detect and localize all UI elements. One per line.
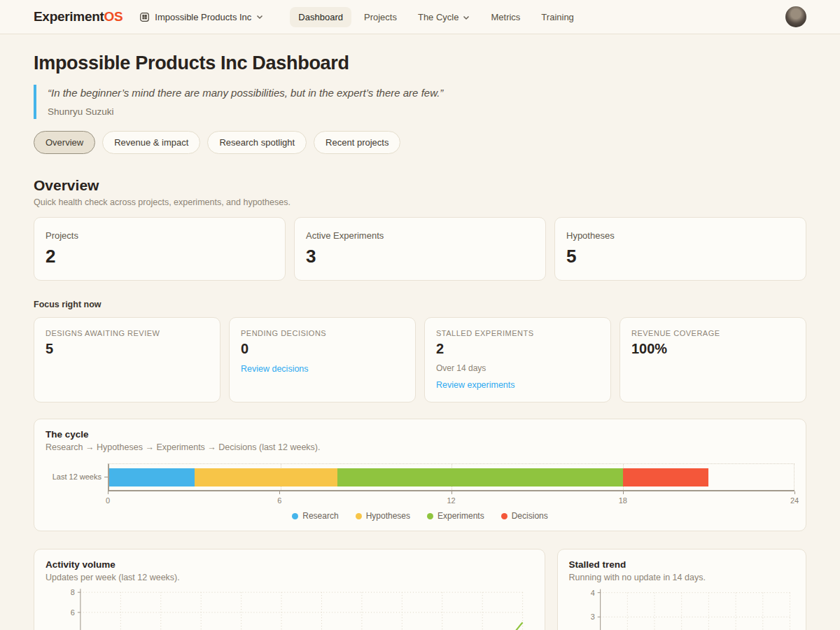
svg-text:4: 4	[590, 589, 594, 597]
focus-card-label: REVENUE COVERAGE	[631, 329, 794, 337]
nav-item[interactable]: The Cycle	[410, 7, 479, 27]
overview-subheading: Quick health check across projects, expe…	[34, 197, 806, 207]
nav-item-label: The Cycle	[418, 12, 459, 22]
chip-label: Overview	[46, 137, 83, 148]
focus-grid: DESIGNS AWAITING REVIEW 5 PENDING DECISI…	[34, 317, 806, 402]
nav-item[interactable]: Projects	[356, 7, 405, 27]
focus-card-value: 2	[436, 341, 599, 357]
legend-dot-icon	[356, 513, 362, 519]
section-chip[interactable]: Research spotlight	[207, 131, 307, 154]
stalled-title: Stalled trend	[569, 559, 794, 570]
legend-label: Hypotheses	[366, 511, 410, 521]
logo-text: Experiment	[34, 9, 104, 24]
stat-value: 2	[46, 246, 274, 267]
nav-item[interactable]: Training	[533, 7, 582, 27]
stat-card: Hypotheses 5	[554, 217, 806, 281]
cycle-stacked-bar	[109, 468, 708, 486]
cycle-segment-experiments	[337, 468, 623, 486]
stat-label: Active Experiments	[306, 230, 534, 241]
focus-card-value: 5	[46, 341, 209, 357]
cycle-panel: The cycle Research → Hypotheses → Experi…	[34, 419, 806, 531]
cycle-x-axis: 06121824	[108, 490, 794, 507]
section-chip[interactable]: Revenue & impact	[102, 131, 200, 154]
activity-subtitle: Updates per week (last 12 weeks).	[46, 573, 533, 582]
stat-label: Projects	[46, 230, 274, 241]
activity-panel: Activity volume Updates per week (last 1…	[34, 549, 545, 630]
quote-block: “In the beginner’s mind there are many p…	[34, 85, 806, 119]
building-icon	[139, 12, 150, 22]
cycle-plot-area	[108, 463, 794, 490]
user-avatar[interactable]	[785, 6, 806, 27]
cycle-axis-tick	[623, 491, 624, 494]
focus-card: REVENUE COVERAGE 100%	[620, 317, 806, 402]
cycle-axis-tick	[451, 491, 452, 494]
focus-card-link[interactable]: Review experiments	[436, 380, 515, 390]
legend-item: Hypotheses	[356, 511, 410, 521]
main-nav: Dashboard Projects The Cycle Metrics	[290, 7, 582, 27]
legend-label: Experiments	[438, 511, 484, 521]
stat-card: Active Experiments 3	[294, 217, 546, 281]
cycle-axis-tick	[794, 491, 795, 494]
cycle-segment-decisions	[623, 468, 708, 486]
legend-dot-icon	[427, 513, 433, 519]
svg-text:3: 3	[590, 612, 594, 621]
main-content: Impossible Products Inc Dashboard “In th…	[0, 34, 840, 630]
legend-item: Decisions	[501, 511, 548, 521]
stat-card: Projects 2	[34, 217, 286, 281]
cycle-chart: Last 12 weeks	[46, 463, 794, 490]
chevron-down-icon	[463, 12, 470, 22]
stat-label: Hypotheses	[566, 230, 794, 241]
cycle-subtitle: Research → Hypotheses → Experiments → De…	[46, 442, 794, 452]
app-header: ExperimentOS Impossible Products Inc Das…	[0, 0, 840, 34]
nav-item-label: Metrics	[491, 12, 520, 22]
svg-text:8: 8	[71, 588, 75, 596]
legend-item: Research	[292, 511, 338, 521]
cycle-segment-research	[109, 468, 195, 486]
cycle-axis-tick	[108, 491, 108, 494]
org-selector[interactable]: Impossible Products Inc	[139, 12, 263, 22]
chip-label: Research spotlight	[219, 137, 295, 148]
section-chip[interactable]: Recent projects	[314, 131, 400, 154]
stat-value: 3	[306, 246, 534, 267]
cycle-title: The cycle	[46, 429, 794, 440]
legend-dot-icon	[501, 513, 507, 519]
cycle-x-tick-label: 6	[277, 496, 281, 505]
nav-item[interactable]: Dashboard	[290, 7, 351, 27]
cycle-axis-tick	[279, 491, 280, 494]
focus-card-value: 100%	[631, 341, 794, 357]
page-title: Impossible Products Inc Dashboard	[34, 52, 806, 74]
stat-value: 5	[566, 246, 794, 267]
quote-attribution: Shunryu Suzuki	[48, 106, 806, 117]
quote-text: “In the beginner’s mind there are many p…	[48, 87, 806, 99]
cycle-x-tick-label: 0	[106, 496, 110, 505]
nav-item-label: Projects	[364, 12, 397, 22]
svg-text:6: 6	[71, 608, 75, 617]
legend-label: Decisions	[512, 511, 548, 521]
activity-title: Activity volume	[46, 559, 533, 570]
legend-dot-icon	[292, 513, 298, 519]
nav-item[interactable]: Metrics	[482, 7, 528, 27]
focus-card: STALLED EXPERIMENTS 2 Over 14 days Revie…	[424, 317, 611, 402]
logo-accent-text: OS	[104, 9, 122, 24]
cycle-x-tick-label: 12	[447, 496, 455, 505]
cycle-x-tick-label: 18	[619, 496, 627, 505]
org-name: Impossible Products Inc	[155, 12, 251, 22]
section-chip[interactable]: Overview	[34, 131, 95, 154]
focus-card-label: DESIGNS AWAITING REVIEW	[46, 329, 209, 337]
focus-card-caption: Over 14 days	[436, 363, 599, 373]
focus-card-label: PENDING DECISIONS	[241, 329, 404, 337]
chip-label: Recent projects	[326, 137, 388, 148]
line-series-experiments	[80, 622, 523, 630]
legend-item: Experiments	[427, 511, 484, 521]
focus-card-link[interactable]: Review decisions	[241, 364, 309, 374]
legend-label: Research	[302, 511, 338, 521]
cycle-segment-hypotheses	[195, 468, 337, 486]
focus-card: PENDING DECISIONS 0 Review decisions	[229, 317, 416, 402]
cycle-legend: Research Hypotheses Experiments Decision…	[46, 511, 794, 521]
stalled-subtitle: Running with no update in 14 days.	[569, 573, 794, 582]
app-logo: ExperimentOS	[34, 9, 122, 24]
cycle-x-tick-label: 24	[790, 496, 799, 505]
chip-label: Revenue & impact	[114, 137, 188, 148]
stalled-panel: Stalled trend Running with no update in …	[557, 549, 806, 630]
overview-heading: Overview	[34, 177, 806, 194]
